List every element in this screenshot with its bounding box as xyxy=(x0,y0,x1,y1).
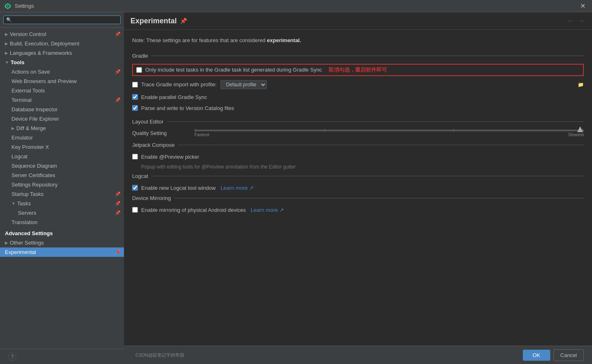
sidebar-item-languages-frameworks[interactable]: ▶ Languages & Frameworks xyxy=(0,48,124,58)
sidebar-item-label: Key Promoter X xyxy=(11,144,49,150)
watermark: CSDN@廷笔记字的帝国 xyxy=(135,352,184,358)
ok-button[interactable]: OK xyxy=(523,350,550,361)
search-input-wrap[interactable]: 🔍 xyxy=(3,16,121,24)
section-logcat: Logcat xyxy=(132,173,584,179)
help-button[interactable]: ? xyxy=(8,353,16,361)
device-mirroring-checkbox[interactable] xyxy=(132,207,138,213)
gradle-test-tasks-checkbox[interactable] xyxy=(136,67,142,73)
close-button[interactable]: ✕ xyxy=(578,1,588,11)
sidebar-item-label: Experimental xyxy=(5,249,36,255)
gradle-trace-checkbox[interactable] xyxy=(132,82,138,88)
gradle-trace-label: Trace Gradle import with profile: xyxy=(141,81,216,88)
sidebar-item-label: Tasks xyxy=(17,200,31,207)
title-bar-left: Settings xyxy=(4,2,34,10)
cancel-button[interactable]: Cancel xyxy=(554,349,584,361)
logcat-learn-more-link[interactable]: Learn more ↗ xyxy=(221,185,254,191)
sidebar-item-logcat[interactable]: Logcat xyxy=(0,152,124,161)
device-mirroring-learn-more-link[interactable]: Learn more ↗ xyxy=(251,207,284,213)
gradle-test-tasks-label: Only include test tasks in the Gradle ta… xyxy=(145,67,322,73)
folder-icon[interactable]: 📁 xyxy=(578,82,584,88)
section-title-jetpack: Jetpack Compose xyxy=(132,142,175,148)
expand-icon: ▶ xyxy=(5,41,8,46)
compose-preview-row: Enable @Preview picker xyxy=(132,153,584,161)
nav-forward-button[interactable]: → xyxy=(577,16,585,25)
sidebar-item-settings-repository[interactable]: Settings Repository xyxy=(0,180,124,189)
nav-back-button[interactable]: ← xyxy=(567,16,575,25)
section-divider xyxy=(151,56,584,56)
search-box: 🔍 xyxy=(0,12,124,28)
sidebar-item-advanced-settings[interactable]: Advanced Settings xyxy=(0,229,124,238)
gradle-version-catalog-checkbox[interactable] xyxy=(132,105,138,111)
sidebar-item-version-control[interactable]: ▶ Version Control 📌 xyxy=(0,29,124,39)
sidebar-item-label: Startup Tasks xyxy=(11,191,44,197)
sidebar-item-label: Sequence Diagram xyxy=(11,163,57,169)
gradle-parallel-checkbox[interactable] xyxy=(132,94,138,100)
logcat-window-checkbox[interactable] xyxy=(132,185,138,191)
sidebar-item-tools[interactable]: ▼ Tools xyxy=(0,58,124,67)
bottom-bar: CSDN@廷笔记字的帝国 OK Cancel xyxy=(124,346,592,364)
pin-icon: 📌 xyxy=(115,31,121,37)
section-title-logcat: Logcat xyxy=(132,173,148,179)
sidebar: 🔍 ▶ Version Control 📌 ▶ Build, Execution… xyxy=(0,12,124,364)
compose-preview-label: Enable @Preview picker xyxy=(141,154,199,160)
sidebar-item-sequence-diagram[interactable]: Sequence Diagram xyxy=(0,161,124,171)
quality-slider-wrap: Fastest Slowest xyxy=(194,130,584,137)
sidebar-item-startup-tasks[interactable]: Startup Tasks 📌 xyxy=(0,189,124,199)
content-body: Note: These settings are for features th… xyxy=(124,30,592,346)
sidebar-item-database-inspector[interactable]: Database Inspector xyxy=(0,105,124,114)
sidebar-item-label: External Tools xyxy=(11,88,45,94)
sidebar-item-server-certificates[interactable]: Server Certificates xyxy=(0,171,124,180)
sidebar-nav: ▶ Version Control 📌 ▶ Build, Execution, … xyxy=(0,28,124,349)
sidebar-item-emulator[interactable]: Emulator xyxy=(0,133,124,142)
section-title-gradle: Gradle xyxy=(132,53,148,59)
experimental-note: Note: These settings are for features th… xyxy=(132,36,584,45)
section-layout-editor: Layout Editor xyxy=(132,119,584,125)
sidebar-item-tasks[interactable]: ▼ Tasks 📌 xyxy=(0,199,124,208)
search-icon: 🔍 xyxy=(6,17,12,22)
expand-icon: ▶ xyxy=(5,51,8,55)
pin-icon: 📌 xyxy=(115,201,121,206)
expand-icon: ▶ xyxy=(5,32,8,36)
gradle-version-catalog-label: Parse and write to Version Catalog files xyxy=(141,105,234,111)
sidebar-item-actions-on-save[interactable]: Actions on Save 📌 xyxy=(0,67,124,76)
section-divider xyxy=(174,198,584,198)
pin-header-icon[interactable]: 📌 xyxy=(180,18,187,24)
sidebar-item-terminal[interactable]: Terminal 📌 xyxy=(0,95,124,105)
sidebar-item-label: Build, Execution, Deployment xyxy=(10,40,79,47)
pin-icon: 📌 xyxy=(115,69,121,74)
sidebar-item-label: Servers xyxy=(18,210,36,216)
logcat-window-label: Enable new Logcat tool window xyxy=(141,185,216,191)
section-gradle: Gradle xyxy=(132,53,584,59)
sidebar-item-external-tools[interactable]: External Tools xyxy=(0,86,124,95)
sidebar-item-label: Advanced Settings xyxy=(5,230,53,236)
sidebar-item-web-browsers[interactable]: Web Browsers and Preview xyxy=(0,76,124,86)
pin-icon: 📌 xyxy=(115,210,121,216)
sidebar-item-experimental[interactable]: Experimental 📌 xyxy=(0,247,124,257)
sidebar-item-label: Database Inspector xyxy=(11,106,58,112)
expand-icon: ▶ xyxy=(5,240,8,245)
sidebar-item-other-settings[interactable]: ▶ Other Settings xyxy=(0,238,124,247)
sidebar-item-build-execution[interactable]: ▶ Build, Execution, Deployment xyxy=(0,39,124,48)
main-layout: 🔍 ▶ Version Control 📌 ▶ Build, Execution… xyxy=(0,12,592,364)
search-input[interactable] xyxy=(14,17,118,23)
sidebar-item-device-file-explorer[interactable]: Device File Explorer xyxy=(0,114,124,124)
sidebar-item-diff-merge[interactable]: ▶ Diff & Merge xyxy=(0,124,124,133)
app-icon xyxy=(4,2,11,10)
sidebar-item-label: Server Certificates xyxy=(11,172,55,178)
sidebar-item-servers[interactable]: Servers 📌 xyxy=(0,208,124,218)
sidebar-item-translation[interactable]: Translation xyxy=(0,218,124,227)
gradle-trace-dropdown[interactable]: Default profile xyxy=(221,80,267,89)
sidebar-item-label: Settings Repository xyxy=(11,182,58,188)
svg-point-2 xyxy=(7,5,9,7)
sidebar-item-key-promoter-x[interactable]: Key Promoter X xyxy=(0,142,124,152)
quality-setting-row: Quality Setting xyxy=(132,130,584,137)
gradle-test-tasks-row: Only include test tasks in the Gradle ta… xyxy=(132,64,584,76)
compose-preview-checkbox[interactable] xyxy=(132,154,138,160)
content-area: Experimental 📌 ← → Note: These settings … xyxy=(124,12,592,364)
device-mirroring-label: Enable mirroring of physical Android dev… xyxy=(141,207,246,213)
sidebar-item-label: Emulator xyxy=(11,135,33,141)
gradle-version-catalog-row: Parse and write to Version Catalog files xyxy=(132,104,584,112)
slider-container xyxy=(194,130,584,131)
compose-preview-description: Popup with editing tools for @Preview an… xyxy=(141,164,584,170)
section-divider xyxy=(167,121,584,122)
